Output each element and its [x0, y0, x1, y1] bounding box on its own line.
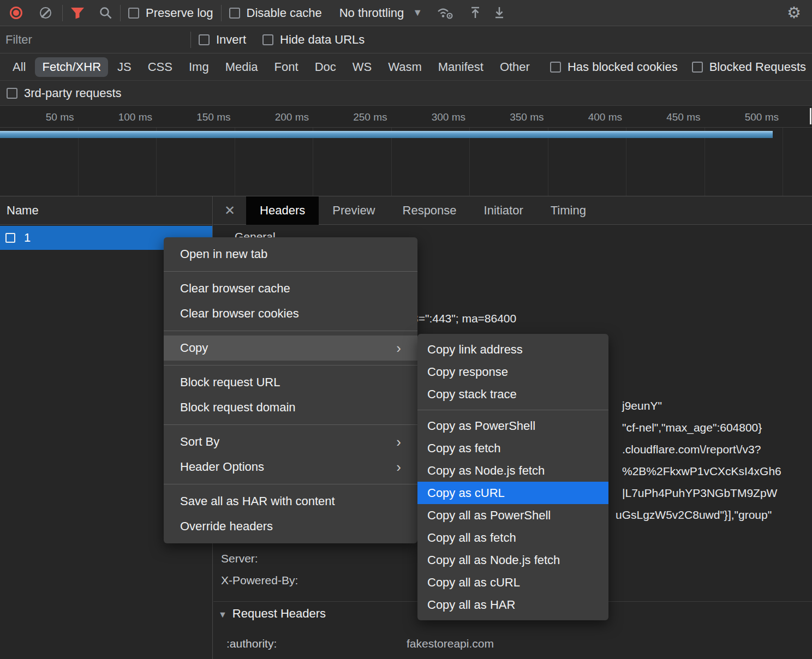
submenu-item-copy-link-address[interactable]: Copy link address [417, 338, 608, 361]
ruler-tick: 50 ms [0, 106, 79, 127]
type-filter-doc[interactable]: Doc [308, 57, 343, 77]
ruler-tick: 500 ms [705, 106, 784, 127]
x-powered-by-header-name: X-Powered-By: [221, 574, 298, 587]
menu-item-clear-browser-cache[interactable]: Clear browser cache [164, 276, 417, 301]
third-party-checkbox[interactable] [7, 88, 17, 99]
submenu-arrow-icon: › [396, 429, 401, 454]
menu-item-header-options[interactable]: Header Options› [164, 454, 417, 480]
copy-submenu: Copy link address Copy response Copy sta… [417, 334, 608, 620]
type-filter-all[interactable]: All [5, 57, 33, 77]
ruler-tick: 250 ms [313, 106, 392, 127]
type-filter-other[interactable]: Other [493, 57, 537, 77]
submenu-item-copy-stack-trace[interactable]: Copy stack trace [417, 383, 608, 405]
search-icon[interactable] [99, 6, 112, 20]
ruler-tick: 150 ms [157, 106, 235, 127]
submenu-item-copy-as-powershell[interactable]: Copy as PowerShell [417, 415, 608, 437]
submenu-item-copy-as-node-fetch[interactable]: Copy as Node.js fetch [417, 459, 608, 482]
request-headers-title: Request Headers [232, 607, 326, 620]
tab-timing[interactable]: Timing [537, 196, 600, 225]
submenu-item-copy-as-fetch[interactable]: Copy as fetch [417, 437, 608, 459]
submenu-item-copy-all-as-har[interactable]: Copy all as HAR [417, 594, 608, 616]
ruler-tick: 350 ms [470, 106, 548, 127]
overview-waterfall-bar [0, 131, 773, 138]
disable-cache-checkbox[interactable] [229, 8, 240, 19]
authority-header-name: :authority: [226, 637, 277, 650]
submenu-arrow-icon: › [396, 454, 401, 480]
menu-separator [164, 271, 417, 272]
tab-preview[interactable]: Preview [319, 196, 389, 225]
type-filter-manifest[interactable]: Manifest [431, 57, 491, 77]
preserve-log-checkbox[interactable] [128, 8, 139, 19]
blocked-requests-label: Blocked Requests [709, 60, 806, 74]
menu-item-block-request-domain[interactable]: Block request domain [164, 395, 417, 420]
menu-item-sort-by[interactable]: Sort By› [164, 429, 417, 454]
ruler-tick: 300 ms [392, 106, 470, 127]
network-toolbar: Preserve log Disable cache No throttling… [0, 0, 812, 26]
ruler-tick: 400 ms [548, 106, 627, 127]
throttling-caret-icon[interactable]: ▼ [413, 7, 422, 19]
record-icon[interactable] [10, 7, 22, 19]
tab-response[interactable]: Response [389, 196, 470, 225]
throttling-select[interactable]: No throttling [339, 6, 404, 20]
submenu-item-copy-as-curl[interactable]: Copy as cURL [417, 482, 608, 504]
network-conditions-icon[interactable] [437, 6, 454, 20]
submenu-arrow-icon: › [396, 336, 401, 361]
hide-data-urls-checkbox[interactable] [262, 34, 273, 45]
ruler-tick: 200 ms [235, 106, 314, 127]
has-blocked-cookies-checkbox[interactable] [550, 62, 561, 73]
alt-svc-value-fragment: 3=":443"; ma=86400 [412, 312, 516, 325]
tab-initiator[interactable]: Initiator [470, 196, 537, 225]
type-filter-wasm[interactable]: Wasm [381, 57, 429, 77]
timeline-ruler: 50 ms 100 ms 150 ms 200 ms 250 ms 300 ms… [0, 106, 812, 128]
filter-input[interactable] [5, 33, 183, 47]
menu-item-clear-browser-cookies[interactable]: Clear browser cookies [164, 301, 417, 326]
submenu-item-copy-all-as-curl[interactable]: Copy all as cURL [417, 571, 608, 594]
disable-cache-label: Disable cache [247, 6, 322, 20]
menu-item-open-in-new-tab[interactable]: Open in new tab [164, 242, 417, 267]
settings-gear-icon[interactable]: ⚙ [787, 5, 805, 21]
name-column-header[interactable]: Name [0, 196, 212, 225]
header-value-fragment: .cloudflare.com\/report\/v3? [622, 443, 761, 456]
submenu-item-copy-all-as-node-fetch[interactable]: Copy all as Node.js fetch [417, 549, 608, 571]
filter-funnel-icon[interactable] [70, 7, 85, 19]
request-row-name: 1 [24, 231, 31, 245]
clear-network-log-icon[interactable] [40, 7, 51, 19]
request-type-filters: All Fetch/XHR JS CSS Img Media Font Doc … [0, 53, 812, 81]
ruler-tick: 450 ms [626, 106, 705, 127]
menu-item-block-request-url[interactable]: Block request URL [164, 370, 417, 395]
type-filter-css[interactable]: CSS [141, 57, 180, 77]
export-har-icon[interactable] [493, 6, 505, 20]
type-filter-media[interactable]: Media [218, 57, 265, 77]
type-filter-fetch-xhr[interactable]: Fetch/XHR [35, 57, 108, 77]
disclosure-triangle-icon[interactable]: ▼ [218, 610, 227, 619]
type-filter-ws[interactable]: WS [345, 57, 379, 77]
toolbar-divider [221, 5, 222, 21]
type-filter-img[interactable]: Img [182, 57, 216, 77]
menu-separator [164, 484, 417, 484]
close-details-icon[interactable]: ✕ [213, 203, 246, 218]
server-header-name: Server: [221, 552, 258, 565]
request-headers-section[interactable]: ▼Request Headers [218, 607, 326, 621]
invert-checkbox[interactable] [199, 34, 210, 45]
type-filter-js[interactable]: JS [110, 57, 139, 77]
menu-separator [164, 424, 417, 425]
menu-item-override-headers[interactable]: Override headers [164, 514, 417, 539]
submenu-item-copy-response[interactable]: Copy response [417, 361, 608, 383]
header-value-fragment: uGsLgzW5v2C8uwd"}],"group" [616, 508, 772, 522]
blocked-requests-checkbox[interactable] [692, 62, 703, 73]
menu-item-save-all-har[interactable]: Save all as HAR with content [164, 489, 417, 514]
toolbar-divider [62, 5, 63, 21]
request-row-checkbox[interactable] [5, 233, 15, 243]
has-blocked-cookies-label: Has blocked cookies [568, 60, 678, 74]
invert-label: Invert [216, 33, 246, 47]
import-har-icon[interactable] [469, 6, 481, 20]
network-overview-timeline[interactable]: 50 ms 100 ms 150 ms 200 ms 250 ms 300 ms… [0, 106, 812, 196]
menu-item-copy[interactable]: Copy› [164, 336, 417, 361]
filter-divider [190, 32, 191, 48]
submenu-item-copy-all-as-powershell[interactable]: Copy all as PowerShell [417, 504, 608, 526]
header-value-fragment: "cf-nel","max_age":604800} [622, 421, 762, 434]
tab-headers[interactable]: Headers [246, 196, 319, 225]
type-filter-font[interactable]: Font [267, 57, 306, 77]
submenu-item-copy-all-as-fetch[interactable]: Copy all as fetch [417, 526, 608, 549]
authority-header-value: fakestoreapi.com [407, 637, 494, 650]
